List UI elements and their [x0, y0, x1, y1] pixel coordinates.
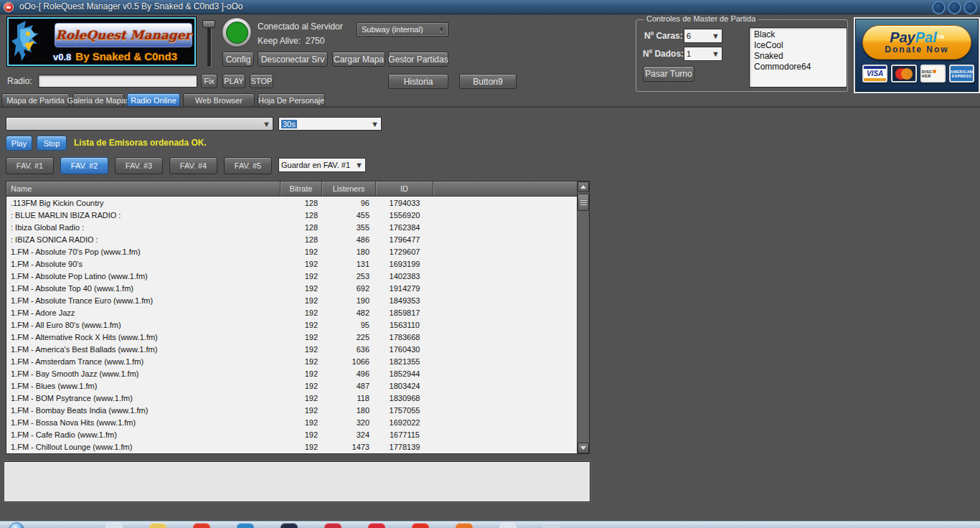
- load-map-button[interactable]: Cargar Mapa: [332, 52, 385, 67]
- station-row[interactable]: 1.FM - Absolute Pop Latino (www.1.fm) 19…: [6, 270, 577, 282]
- dados-select[interactable]: 1 ▼: [684, 47, 722, 61]
- taskbar-app-icon[interactable]: [324, 523, 341, 528]
- fav-button[interactable]: FAV. #5: [224, 157, 272, 174]
- taskbar-app-icon[interactable]: [193, 523, 210, 528]
- player-list-item[interactable]: Commodore64: [754, 62, 842, 72]
- station-stop-button[interactable]: Stop: [37, 136, 67, 151]
- fav-button[interactable]: FAV. #4: [169, 157, 217, 174]
- station-row[interactable]: .113FM Big Kickin Country 128 96 1794033: [6, 197, 577, 209]
- fix-button[interactable]: Fix: [201, 74, 217, 88]
- station-row[interactable]: 1.FM - Cafe Radio (www.1.fm) 192 324 167…: [6, 428, 577, 440]
- taskbar-item[interactable]: [92, 522, 136, 528]
- tab[interactable]: Mapa de Partida: [1, 93, 70, 107]
- taskbar-app-icon[interactable]: [368, 523, 385, 528]
- config-button[interactable]: Config: [222, 52, 254, 67]
- station-row[interactable]: 1.FM - America's Best Ballads (www.1.fm)…: [6, 343, 577, 355]
- station-row[interactable]: 1.FM - Absolute 90's 192 131 1693199: [6, 258, 577, 270]
- station-row[interactable]: 1.FM - All Euro 80's (www.1.fm) 192 95 1…: [6, 319, 577, 331]
- tab-label: Hoja De Personaje: [258, 96, 324, 105]
- station-row[interactable]: 1.FM - Absolute 70's Pop (www.1.fm) 192 …: [6, 245, 577, 258]
- taskbar-app-icon[interactable]: [499, 523, 517, 528]
- fav-button[interactable]: FAV. #2: [60, 157, 108, 174]
- window-control-button[interactable]: [932, 1, 946, 14]
- station-row[interactable]: 1.FM - Chillout Lounge (www.1.fm) 192 14…: [6, 440, 577, 453]
- column-header-listeners[interactable]: Listeners: [322, 182, 376, 196]
- station-row[interactable]: 1.FM - BOM Psytrance (www.1.fm) 192 118 …: [6, 392, 577, 404]
- table-scrollbar[interactable]: [577, 182, 589, 453]
- window-control-button[interactable]: [948, 1, 961, 14]
- radio-stop-button[interactable]: STOP: [250, 74, 273, 88]
- radio-play-button[interactable]: PLAY: [222, 74, 245, 88]
- column-header-id[interactable]: ID: [376, 182, 433, 196]
- volume-slider-track[interactable]: [207, 24, 211, 67]
- taskbar-item[interactable]: [354, 522, 398, 528]
- title-bar[interactable]: oOo-[ RoleQuest Manager v0.5 By Snaked &…: [0, 0, 980, 14]
- disconnect-server-button[interactable]: Desconectar Srv: [258, 52, 328, 67]
- station-row[interactable]: 1.FM - Bombay Beats India (www.1.fm) 192…: [6, 404, 577, 416]
- paypal-donate-panel[interactable]: PayPalTM Donate Now VISA DISCVER AMERICA…: [854, 17, 980, 93]
- scroll-thumb[interactable]: [578, 194, 589, 211]
- station-row[interactable]: 1.FM - Absolute Top 40 (www.1.fm) 192 69…: [6, 282, 577, 294]
- button9[interactable]: Button9: [459, 74, 517, 89]
- taskbar-item[interactable]: [179, 522, 223, 528]
- fav-button[interactable]: FAV. #1: [6, 157, 54, 174]
- caras-select[interactable]: 6 ▼: [684, 29, 722, 43]
- taskbar-app-icon[interactable]: [149, 523, 166, 528]
- paypal-donate-button[interactable]: PayPalTM Donate Now: [862, 25, 971, 60]
- column-header-name[interactable]: Name: [6, 182, 281, 196]
- scroll-down-button[interactable]: [578, 443, 589, 453]
- taskbar-app-icon[interactable]: [412, 523, 429, 528]
- map-select[interactable]: Subway (internal) ▼: [357, 22, 448, 37]
- taskbar-app-icon[interactable]: [456, 523, 473, 528]
- station-select[interactable]: ▼: [6, 117, 273, 131]
- taskbar-icons: [92, 522, 573, 528]
- start-button-orb-icon[interactable]: [9, 522, 24, 528]
- player-list-item[interactable]: IceCool: [754, 40, 842, 51]
- station-row[interactable]: 1.FM - Amsterdam Trance (www.1.fm) 192 1…: [6, 355, 577, 367]
- radio-url-input[interactable]: [38, 75, 197, 88]
- taskbar-item[interactable]: [486, 522, 529, 528]
- save-fav-select[interactable]: Guardar en FAV. #1 ▼: [278, 158, 366, 172]
- taskbar-app-icon[interactable]: [105, 523, 123, 528]
- tab[interactable]: Hoja De Personaje: [258, 93, 325, 107]
- volume-slider-knob[interactable]: [202, 20, 215, 28]
- station-row[interactable]: 1.FM - Bay Smooth Jazz (www.1.fm) 192 49…: [6, 367, 577, 380]
- tab[interactable]: Web Browser: [183, 93, 255, 107]
- log-box[interactable]: [4, 461, 590, 502]
- station-listeners: 496: [322, 369, 376, 378]
- tab[interactable]: Galeria de Mapas: [72, 93, 124, 107]
- taskbar-item[interactable]: [442, 522, 486, 528]
- genre-select[interactable]: 30s ▼: [278, 117, 382, 131]
- station-row[interactable]: : Ibiza Global Radio : 128 355 1762384: [6, 221, 577, 233]
- taskbar-item[interactable]: [267, 522, 311, 528]
- player-list-item[interactable]: Black: [754, 29, 842, 40]
- column-header-bitrate[interactable]: Bitrate: [281, 182, 322, 196]
- game-manager-button[interactable]: Gestor Partidas: [388, 52, 448, 67]
- scroll-up-button[interactable]: [578, 182, 589, 192]
- station-row[interactable]: 1.FM - Adore Jazz 192 482 1859817: [6, 306, 577, 319]
- window-control-button[interactable]: [963, 1, 977, 14]
- players-listbox[interactable]: BlackIceCoolSnakedCommodore64: [749, 27, 847, 88]
- pass-turn-button[interactable]: Pasar Turno: [643, 66, 694, 82]
- taskbar-app-icon[interactable]: [237, 523, 254, 528]
- taskbar-app-icon[interactable]: [543, 523, 560, 528]
- station-row[interactable]: 1.FM - Absolute Trance Euro (www.1.fm) 1…: [6, 294, 577, 306]
- windows-taskbar[interactable]: [0, 521, 980, 528]
- taskbar-app-icon[interactable]: [281, 523, 298, 528]
- station-row[interactable]: 1.FM - Blues (www.1.fm) 192 487 1803424: [6, 380, 577, 392]
- taskbar-item[interactable]: [529, 522, 573, 528]
- tab[interactable]: Radio Online: [127, 93, 180, 107]
- taskbar-item[interactable]: [223, 522, 267, 528]
- taskbar-item[interactable]: [311, 522, 354, 528]
- player-list-item[interactable]: Snaked: [754, 51, 842, 62]
- taskbar-item[interactable]: [398, 522, 442, 528]
- fav-button[interactable]: FAV. #3: [115, 157, 163, 174]
- station-play-button[interactable]: Play: [6, 136, 32, 151]
- taskbar-item[interactable]: [136, 522, 179, 528]
- station-row[interactable]: 1.FM - Alternative Rock X Hits (www.1.fm…: [6, 331, 577, 343]
- station-row[interactable]: : BLUE MARLIN IBIZA RADIO : 128 455 1556…: [6, 209, 577, 221]
- station-listeners: 118: [322, 394, 376, 402]
- station-row[interactable]: 1.FM - Bossa Nova Hits (www.1.fm) 192 32…: [6, 416, 577, 428]
- history-button[interactable]: Historia: [388, 74, 448, 89]
- station-row[interactable]: : IBIZA SONICA RADIO : 128 486 1796477: [6, 233, 577, 245]
